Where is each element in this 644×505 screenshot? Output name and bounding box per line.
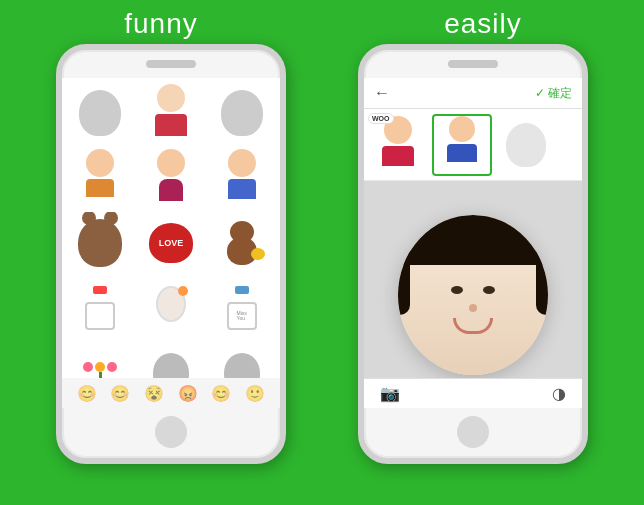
bear-duck-sticker — [219, 221, 265, 265]
sticker-grid: LOVE — [62, 78, 280, 408]
phones-container: LOVE — [0, 44, 644, 505]
love-sticker: LOVE — [149, 223, 193, 263]
emoji-5[interactable]: 😊 — [211, 384, 231, 403]
sticker-cell-4-3[interactable]: MissYou — [207, 276, 276, 339]
face-area — [364, 181, 582, 408]
sticker-cell-2-2[interactable] — [137, 147, 206, 210]
top-strip-sticker-2-selected[interactable] — [432, 114, 492, 176]
left-phone-screen: LOVE — [62, 78, 280, 408]
right-phone-power-btn — [585, 150, 588, 180]
camera-icon[interactable]: 📷 — [380, 384, 400, 403]
emoji-2[interactable]: 😊 — [110, 384, 130, 403]
sticker-cell-1-3[interactable] — [207, 82, 276, 145]
bear-sticker-plain — [78, 219, 122, 267]
left-phone: LOVE — [56, 44, 286, 464]
header: funny easily — [0, 0, 644, 44]
woo-badge: WOO — [368, 113, 394, 124]
woo-sticker: WOO — [373, 116, 423, 174]
sticker-cell-1-2[interactable] — [137, 82, 206, 145]
selected-face-sticker — [437, 116, 487, 174]
left-header-title: funny — [0, 8, 322, 40]
sticker-cell-1-1[interactable] — [66, 82, 135, 145]
sticker-cell-2-3[interactable] — [207, 147, 276, 210]
grey-face-sticker-2 — [221, 90, 263, 136]
top-strip-sticker-1[interactable]: WOO — [368, 114, 428, 176]
sticker-cell-3-2[interactable]: LOVE — [137, 212, 206, 275]
face-eyes — [451, 286, 495, 294]
left-phone-side-btn — [56, 120, 59, 140]
grey-strip-sticker — [506, 123, 546, 167]
person-sticker-shopping — [79, 149, 121, 207]
cup-hat-sticker — [82, 286, 118, 330]
cup-miss-sticker: MissYou — [224, 286, 260, 330]
sticker-cell-4-1[interactable] — [66, 276, 135, 339]
bottom-toolbar: 📷 ◑ — [364, 378, 582, 408]
person-sticker-dress — [150, 149, 192, 207]
emoji-4[interactable]: 😡 — [178, 384, 198, 403]
face-inner — [398, 215, 548, 375]
left-eye — [451, 286, 463, 294]
top-strip: WOO — [364, 109, 582, 181]
person-sticker-red — [150, 84, 192, 142]
face-smile — [453, 318, 493, 334]
right-phone-side-btn — [358, 120, 361, 140]
right-phone-screen: ← ✓ 確定 WOO — [364, 78, 582, 408]
face-hair-top — [398, 215, 548, 265]
hand-wrap-sticker — [150, 286, 192, 330]
left-phone-power-btn — [283, 150, 286, 180]
sticker-cell-4-2[interactable] — [137, 276, 206, 339]
right-phone: ← ✓ 確定 WOO — [358, 44, 588, 464]
confirm-button[interactable]: ✓ 確定 — [535, 85, 572, 102]
emoji-bar: 😊 😊 😵 😡 😊 🙂 — [62, 378, 280, 408]
face-hair-left — [398, 235, 410, 315]
sticker-cell-3-3[interactable] — [207, 212, 276, 275]
back-button[interactable]: ← — [374, 84, 390, 102]
left-phone-wrapper: LOVE — [56, 44, 286, 464]
emoji-3[interactable]: 😵 — [144, 384, 164, 403]
right-eye — [483, 286, 495, 294]
nav-bar: ← ✓ 確定 — [364, 78, 582, 109]
large-face — [398, 215, 548, 375]
person-sticker-bags — [221, 149, 263, 207]
right-phone-wrapper: ← ✓ 確定 WOO — [358, 44, 588, 464]
face-nose — [469, 304, 477, 312]
emoji-1[interactable]: 😊 — [77, 384, 97, 403]
top-strip-sticker-3[interactable] — [496, 114, 556, 176]
sticker-cell-2-1[interactable] — [66, 147, 135, 210]
sticker-cell-3-1[interactable] — [66, 212, 135, 275]
brightness-icon[interactable]: ◑ — [552, 384, 566, 403]
grey-face-sticker — [79, 90, 121, 136]
right-header-title: easily — [322, 8, 644, 40]
emoji-6[interactable]: 🙂 — [245, 384, 265, 403]
face-hair-right — [536, 235, 548, 315]
